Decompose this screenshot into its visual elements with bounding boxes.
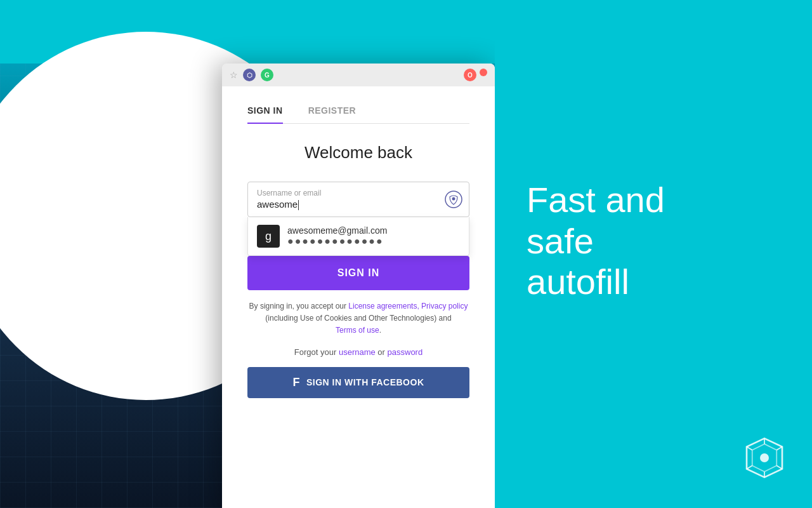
text-cursor: [298, 200, 299, 210]
svg-point-1: [452, 197, 455, 201]
forgot-prefix: Forgot your: [294, 347, 336, 357]
autofill-item[interactable]: g awesomeme@gmail.com ●●●●●●●●●●●●●: [248, 217, 469, 255]
forgot-or: or: [377, 347, 387, 357]
autofill-info: awesomeme@gmail.com ●●●●●●●●●●●●●: [287, 225, 387, 247]
legal-middle: (including Use of Cookies and Other Tech…: [265, 314, 451, 323]
license-link[interactable]: License agreements,: [348, 302, 419, 311]
browser-content: SIGN IN REGISTER Welcome back Username o…: [222, 86, 495, 508]
username-value: awesome: [257, 199, 299, 210]
logo-bottom-right: [742, 436, 787, 483]
tab-register[interactable]: REGISTER: [308, 105, 357, 123]
tab-bar: SIGN IN REGISTER: [247, 105, 469, 124]
facebook-button-label: SIGN IN WITH FACEBOOK: [306, 377, 424, 387]
forgot-username-link[interactable]: username: [339, 347, 376, 357]
avatar-icon: O: [464, 69, 476, 81]
browser-window: ☆ ⬡ G O SIGN IN REGISTER Welcome back: [222, 64, 495, 508]
forgot-password-link[interactable]: password: [388, 347, 423, 357]
autofill-dropdown[interactable]: g awesomeme@gmail.com ●●●●●●●●●●●●●: [247, 217, 469, 256]
autofill-email: awesomeme@gmail.com: [287, 225, 387, 236]
browser-dots: O: [464, 69, 487, 81]
svg-point-4: [760, 453, 769, 462]
legal-text: By signing in, you accept our License ag…: [247, 300, 469, 337]
right-panel: Fast andsafeautofill: [495, 0, 812, 508]
autofill-trigger-icon[interactable]: [445, 190, 462, 208]
username-label: Username or email: [257, 189, 443, 197]
signin-button[interactable]: SIGN IN: [247, 256, 469, 290]
logo-icon: [742, 436, 787, 483]
browser-chrome: ☆ ⬡ G O: [222, 64, 495, 86]
input-wrapper[interactable]: Username or email awesome: [247, 182, 469, 217]
welcome-title: Welcome back: [247, 143, 469, 163]
tagline: Fast andsafeautofill: [527, 180, 665, 302]
terms-link[interactable]: Terms of use: [336, 326, 379, 335]
extension-icon-1: ⬡: [243, 69, 256, 81]
tab-signin[interactable]: SIGN IN: [247, 105, 283, 123]
legal-prefix: By signing in, you accept our: [249, 302, 346, 311]
privacy-link[interactable]: Privacy policy: [421, 302, 468, 311]
extension-icon-2: G: [261, 69, 273, 81]
left-panel: ☆ ⬡ G O SIGN IN REGISTER Welcome back: [0, 0, 495, 508]
autofill-password: ●●●●●●●●●●●●●: [287, 236, 387, 247]
close-dot: [480, 69, 487, 76]
forgot-text: Forgot your username or password: [247, 347, 469, 357]
form-container: SIGN IN REGISTER Welcome back Username o…: [222, 86, 495, 411]
legal-suffix: .: [379, 326, 381, 335]
input-group-username: Username or email awesome: [247, 182, 469, 256]
star-icon: ☆: [230, 70, 238, 80]
autofill-avatar: g: [257, 225, 280, 248]
facebook-icon: f: [293, 376, 301, 389]
facebook-signin-button[interactable]: f SIGN IN WITH FACEBOOK: [247, 367, 469, 398]
